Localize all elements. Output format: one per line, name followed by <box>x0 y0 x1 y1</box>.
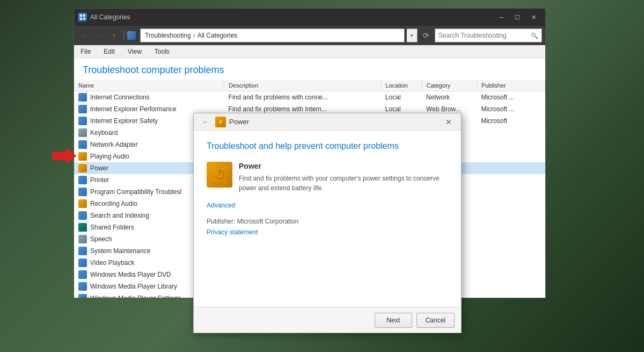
cell-name: Internet Explorer Performance <box>74 103 181 115</box>
minimize-button[interactable]: ─ <box>494 11 509 23</box>
cell-publisher: Microsoft <box>477 115 545 127</box>
dialog-footer: Next Cancel <box>194 307 461 333</box>
dialog-title-bar: ← ⚡ Power ✕ <box>194 113 461 131</box>
col-header-publisher: Publisher <box>477 80 545 91</box>
dialog-title-icon: ⚡ <box>215 117 226 127</box>
cell-name: Printer <box>74 174 181 186</box>
dialog-title-text: Power <box>229 118 443 126</box>
refresh-button[interactable]: ⟳ <box>420 29 433 42</box>
dialog-item-info: Power Find and fix problems with your co… <box>239 162 448 193</box>
address-input[interactable]: Troubleshooting › All Categories <box>140 28 405 42</box>
cell-name: Internet Connections <box>74 91 181 103</box>
dialog-item-row: Power Find and fix problems with your co… <box>207 162 448 193</box>
cell-publisher <box>477 210 545 221</box>
cell-name: Power <box>74 162 181 174</box>
advanced-link[interactable]: Advanced <box>207 202 448 209</box>
cell-publisher <box>477 221 545 233</box>
search-box: 🔍 <box>435 28 542 42</box>
table-header-row: Name Description Location Category Publi… <box>74 80 545 91</box>
svg-rect-1 <box>80 15 82 17</box>
table-row[interactable]: Internet Connections Find and fix proble… <box>74 91 545 104</box>
breadcrumb: Troubleshooting <box>145 32 191 39</box>
dialog-item-desc: Find and fix problems with your computer… <box>239 174 448 193</box>
svg-marker-0 <box>53 148 77 164</box>
forward-button[interactable]: → <box>92 29 105 42</box>
col-header-name: Name <box>74 80 224 91</box>
svg-rect-2 <box>83 15 85 17</box>
cell-publisher <box>477 292 545 298</box>
cell-location: Local <box>381 91 422 104</box>
window-icon <box>78 13 87 21</box>
col-header-desc: Description <box>224 80 381 91</box>
cell-name: Windows Media Player Settings <box>74 292 181 298</box>
cell-name: Video Playback <box>74 257 181 269</box>
menu-tools[interactable]: Tools <box>152 47 172 56</box>
cancel-button[interactable]: Cancel <box>416 313 455 328</box>
power-dialog: ← ⚡ Power ✕ Troubleshoot and help preven… <box>193 113 462 333</box>
cell-name: Windows Media Player DVD <box>74 269 181 281</box>
cell-name: Shared Folders <box>74 221 181 233</box>
back-button[interactable]: ← <box>77 29 90 42</box>
close-button[interactable]: ✕ <box>526 11 541 23</box>
cell-name: Windows Media Player Library <box>74 281 181 292</box>
next-button[interactable]: Next <box>375 313 412 328</box>
breadcrumb-separator: › <box>193 32 195 39</box>
cell-publisher <box>477 186 545 198</box>
cell-desc: Find and fix problems with conne... <box>224 91 381 104</box>
title-bar: All Categories ─ ☐ ✕ <box>74 9 545 26</box>
up-button[interactable]: ↑ <box>107 29 120 42</box>
address-dropdown-button[interactable]: ▾ <box>407 28 418 42</box>
dialog-close-button[interactable]: ✕ <box>443 116 455 128</box>
svg-rect-3 <box>80 18 82 20</box>
menu-view[interactable]: View <box>126 47 144 56</box>
menu-edit[interactable]: Edit <box>101 47 117 56</box>
publisher-label: Publisher: <box>207 218 235 225</box>
cell-name: Recording Audio <box>74 198 181 210</box>
cell-name: Program Compatibility Troubleshooter <box>74 186 181 198</box>
red-arrow-indicator <box>51 148 78 164</box>
cell-name: Search and Indexing <box>74 210 181 221</box>
publisher-value: Microsoft Corporation <box>237 218 299 225</box>
dialog-heading: Troubleshoot and help prevent computer p… <box>207 141 448 151</box>
cell-name: Speech <box>74 233 181 245</box>
dialog-body: Troubleshoot and help prevent computer p… <box>194 131 461 307</box>
restore-button[interactable]: ☐ <box>510 11 525 23</box>
dialog-back-button[interactable]: ← <box>200 117 211 127</box>
cell-publisher <box>477 281 545 292</box>
cell-name: Internet Explorer Safety <box>74 115 181 127</box>
cell-category: Network <box>422 91 477 104</box>
cell-publisher <box>477 245 545 257</box>
privacy-link[interactable]: Privacy statement <box>207 228 448 236</box>
cell-publisher <box>477 233 545 245</box>
cell-publisher <box>477 127 545 139</box>
cell-name: Keyboard <box>74 127 181 139</box>
cell-name: System Maintenance <box>74 245 181 257</box>
folder-icon <box>127 31 136 40</box>
cell-publisher <box>477 198 545 210</box>
window-title: All Categories <box>90 13 494 21</box>
search-icon[interactable]: 🔍 <box>531 32 538 39</box>
cell-publisher <box>477 174 545 186</box>
breadcrumb-current: All Categories <box>197 32 238 39</box>
cell-publisher <box>477 257 545 269</box>
title-bar-controls: ─ ☐ ✕ <box>494 11 541 23</box>
cell-publisher <box>477 269 545 281</box>
menu-bar: File Edit View Tools <box>74 45 545 58</box>
cell-publisher: Microsoft ... <box>477 103 545 115</box>
col-header-category: Category <box>422 80 477 91</box>
dialog-item-name: Power <box>239 162 448 170</box>
cell-name: Playing Audio <box>74 150 181 162</box>
dialog-item-icon <box>207 162 232 188</box>
svg-rect-4 <box>83 18 85 20</box>
col-header-location: Location <box>381 80 422 91</box>
address-bar: ← → ↑ Troubleshooting › All Categories ▾… <box>74 26 545 45</box>
menu-file[interactable]: File <box>78 47 93 56</box>
search-input[interactable] <box>438 32 531 39</box>
cell-publisher <box>477 150 545 162</box>
dialog-publisher: Publisher: Microsoft Corporation <box>207 218 448 225</box>
cell-publisher <box>477 139 545 150</box>
cell-publisher: Microsoft ... <box>477 91 545 104</box>
cell-publisher <box>477 162 545 174</box>
page-title: Troubleshoot computer problems <box>74 58 545 80</box>
cell-name: Network Adapter <box>74 139 181 150</box>
